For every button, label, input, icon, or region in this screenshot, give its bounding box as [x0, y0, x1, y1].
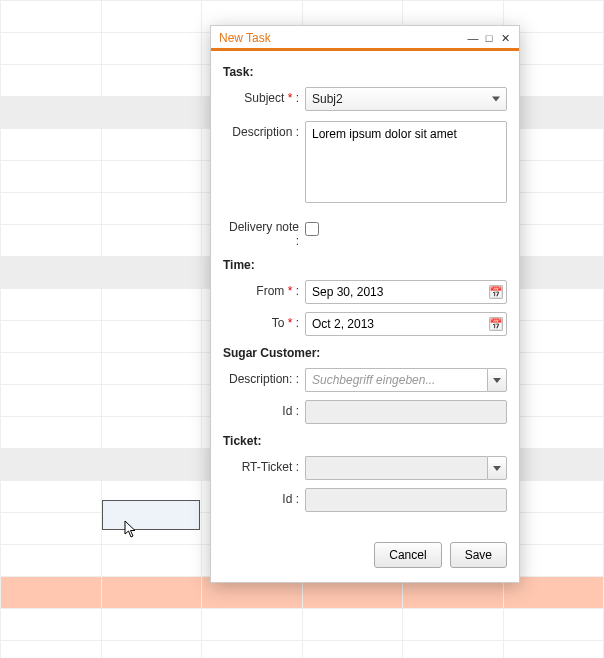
chevron-down-icon: [493, 466, 501, 471]
from-label: From * :: [223, 280, 305, 298]
calendar-icon[interactable]: 📅: [489, 317, 503, 331]
sugar-description-input[interactable]: [305, 368, 487, 392]
section-heading-time: Time:: [223, 258, 507, 272]
sugar-description-combo[interactable]: [305, 368, 507, 392]
ticket-id-label: Id :: [223, 488, 305, 506]
subject-label: Subject * :: [223, 87, 305, 105]
close-icon[interactable]: ✕: [499, 32, 511, 44]
to-label: To * :: [223, 312, 305, 330]
rt-ticket-input: [305, 456, 487, 480]
subject-select[interactable]: Subj2: [305, 87, 507, 111]
sugar-description-dropdown-button[interactable]: [487, 368, 507, 392]
sugar-id-input: [305, 400, 507, 424]
new-task-dialog: New Task — □ ✕ Task: Subject * : Subj2 D…: [210, 25, 520, 583]
section-heading-sugar: Sugar Customer:: [223, 346, 507, 360]
rt-ticket-combo: [305, 456, 507, 480]
save-button[interactable]: Save: [450, 542, 507, 568]
section-heading-ticket: Ticket:: [223, 434, 507, 448]
subject-select-value: Subj2: [312, 92, 343, 106]
chevron-down-icon: [493, 378, 501, 383]
minimize-icon[interactable]: —: [467, 32, 479, 44]
cancel-button[interactable]: Cancel: [374, 542, 441, 568]
delivery-note-label: Delivery note :: [223, 216, 305, 248]
chevron-down-icon: [492, 97, 500, 102]
section-heading-task: Task:: [223, 65, 507, 79]
description-label: Description :: [223, 121, 305, 139]
rt-ticket-dropdown-button: [487, 456, 507, 480]
ticket-id-input: [305, 488, 507, 512]
rt-ticket-label: RT-Ticket :: [223, 456, 305, 474]
calendar-icon[interactable]: 📅: [489, 285, 503, 299]
description-textarea[interactable]: [305, 121, 507, 203]
sugar-description-label: Description: :: [223, 368, 305, 386]
from-date-input[interactable]: [305, 280, 507, 304]
maximize-icon[interactable]: □: [483, 32, 495, 44]
delivery-note-checkbox[interactable]: [305, 222, 319, 236]
sugar-id-label: Id :: [223, 400, 305, 418]
dialog-title: New Task: [219, 31, 467, 45]
to-date-input[interactable]: [305, 312, 507, 336]
dialog-titlebar[interactable]: New Task — □ ✕: [211, 26, 519, 51]
selected-grid-cell[interactable]: [102, 500, 200, 530]
